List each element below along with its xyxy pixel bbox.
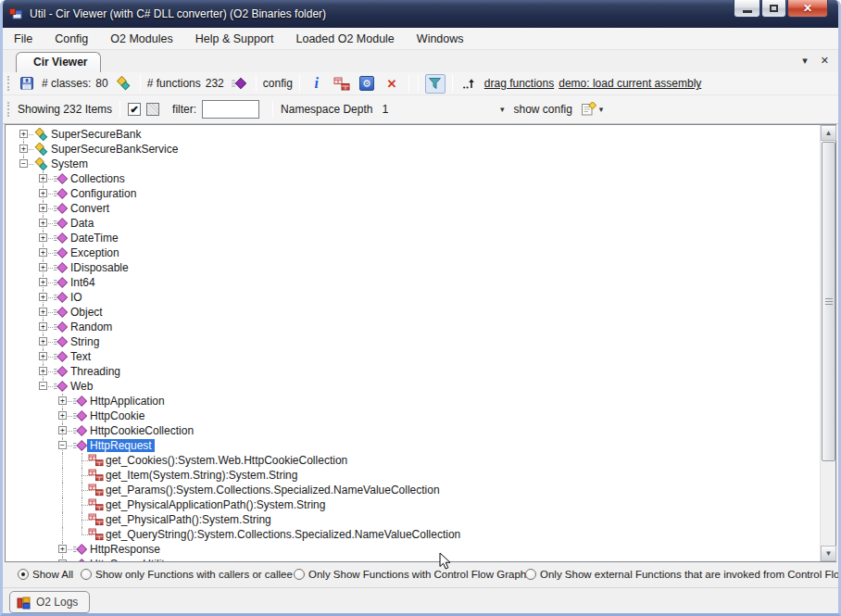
minimize-button[interactable] (734, 0, 760, 18)
tree-expander-plus[interactable]: + (39, 204, 47, 212)
tree-item-label[interactable]: SuperSecureBank (48, 128, 144, 141)
tree-expander-plus[interactable]: + (39, 263, 47, 271)
tree-expander-plus[interactable]: + (39, 337, 47, 346)
tree-expander-plus[interactable]: + (39, 352, 47, 360)
tree-row[interactable]: + Threading (6, 364, 820, 379)
tree-item-label[interactable]: get_Item(System.String):System.String (103, 469, 300, 482)
scrollbar-thumb[interactable] (822, 142, 835, 461)
tree-row[interactable]: + Convert (6, 201, 820, 216)
tree-expander-plus[interactable]: + (39, 189, 47, 197)
tree-item-label[interactable]: get_QueryString():System.Collections.Spe… (103, 528, 463, 541)
tree-row[interactable]: + SuperSecureBankService (6, 142, 820, 157)
radio-button[interactable] (18, 569, 29, 580)
tree-expander-plus[interactable]: + (19, 130, 28, 138)
radio-option[interactable]: Only Show Functions with Control Flow Gr… (294, 569, 532, 580)
tree-item-label[interactable]: HttpApplication (87, 395, 168, 408)
tree-item-label[interactable]: Object (68, 306, 106, 319)
tree-row[interactable]: get_Item(System.String):System.String (6, 468, 820, 483)
tree-item-label[interactable]: Text (68, 350, 94, 363)
tree-row[interactable]: + HttpApplication (6, 394, 820, 409)
radio-button[interactable] (81, 569, 92, 580)
tree-expander-plus[interactable]: + (39, 322, 47, 331)
tree-expander-plus[interactable]: + (39, 248, 47, 257)
tree-expander-minus[interactable]: − (19, 159, 28, 168)
tree-expander-plus[interactable]: + (39, 293, 47, 301)
scroll-down-button[interactable]: ▼ (821, 546, 836, 561)
radio-button[interactable] (525, 569, 536, 580)
tree-row[interactable]: + HttpCookieCollection (6, 423, 820, 438)
tree-item-label[interactable]: DateTime (68, 232, 121, 245)
tree-row[interactable]: + Configuration (6, 186, 820, 201)
scroll-up-button[interactable]: ▲ (821, 125, 836, 141)
config-label[interactable]: config (263, 77, 293, 90)
settings-button[interactable]: ⚙ (357, 74, 377, 94)
radio-option[interactable]: Show only Functions with callers or call… (81, 569, 293, 580)
tree-item-label[interactable]: Collections (68, 172, 128, 185)
filter-toggle-button[interactable] (425, 74, 446, 94)
tree-row[interactable]: + HttpServerUtility (6, 557, 820, 561)
tree-expander-plus[interactable]: + (19, 145, 28, 153)
tree-item-label[interactable]: get_Cookies():System.Web.HttpCookieColle… (103, 454, 350, 467)
tree-item-label[interactable]: String (68, 335, 102, 348)
tree-expander-plus[interactable]: + (39, 367, 47, 375)
vertical-scrollbar[interactable]: ▲ ▼ (820, 125, 835, 561)
tree-item-label[interactable]: HttpCookie (87, 409, 147, 422)
config-menu-button[interactable]: ▾ (578, 100, 607, 119)
drag-functions-link[interactable]: drag functions (484, 77, 554, 90)
tree-row[interactable]: + HttpCookie (6, 409, 820, 423)
delete-button[interactable]: ✕ (382, 74, 402, 94)
tab-cir-viewer[interactable]: Cir Viewer (16, 52, 101, 72)
tree-item-label[interactable]: SuperSecureBankService (48, 143, 181, 156)
tree-item-label[interactable]: get_PhysicalPath():System.String (103, 513, 274, 526)
tab-list-dropdown-icon[interactable]: ▾ (802, 55, 808, 67)
tree-row[interactable]: + Exception (6, 245, 820, 260)
show-config-label[interactable]: show config (513, 103, 571, 116)
tree-row[interactable]: − System (6, 157, 820, 171)
tree-row[interactable]: + HttpResponse (6, 542, 820, 557)
tree-expander-plus[interactable]: + (58, 411, 67, 420)
tree-expander-plus[interactable]: + (39, 308, 47, 316)
info-button[interactable]: i (307, 74, 327, 94)
filter-checkbox-indeterminate[interactable] (146, 103, 159, 116)
tree-row[interactable]: − Web (6, 379, 820, 394)
drag-handle-button[interactable] (459, 74, 480, 94)
tree-row[interactable]: get_PhysicalApplicationPath():System.Str… (6, 497, 820, 512)
tab-close-icon[interactable]: ✕ (821, 55, 829, 67)
tree-row[interactable]: get_QueryString():System.Collections.Spe… (6, 527, 820, 542)
tree-expander-minus[interactable]: − (58, 441, 67, 449)
tree-expander-plus[interactable]: + (58, 396, 67, 405)
tree-item-label[interactable]: Random (68, 321, 115, 333)
tree-row[interactable]: + IO (6, 290, 820, 305)
menu-item-file[interactable]: File (3, 28, 44, 50)
o2-logs-button[interactable]: O2 Logs (9, 591, 90, 613)
tree-item-label[interactable]: Exception (68, 246, 122, 259)
tree-item-label[interactable]: HttpResponse (87, 543, 163, 556)
filter-input[interactable] (202, 100, 259, 119)
tree-row[interactable]: get_Cookies():System.Web.HttpCookieColle… (6, 453, 820, 468)
filter-checkbox-checked[interactable]: ✔ (128, 103, 141, 116)
toolbar-grip[interactable] (7, 76, 10, 91)
tree-item-label[interactable]: Configuration (68, 187, 139, 200)
menu-item-loaded-o2-module[interactable]: Loaded O2 Module (284, 28, 405, 50)
tree-item-label[interactable]: Convert (68, 202, 112, 215)
tree-item-label[interactable]: HttpServerUtility (87, 558, 173, 561)
tree-expander-plus[interactable]: + (58, 426, 67, 434)
tree-expander-plus[interactable]: + (58, 545, 67, 553)
tree-row[interactable]: + Text (6, 349, 820, 364)
tree-expander-minus[interactable]: − (39, 382, 47, 390)
tree-row[interactable]: − HttpRequest (6, 438, 820, 453)
demo-load-assembly-link[interactable]: demo: load current assembly (559, 77, 701, 90)
tree-expander-plus[interactable]: + (39, 278, 47, 286)
radio-option[interactable]: Only Show external Functions that are in… (525, 569, 838, 580)
menu-item-config[interactable]: Config (44, 28, 99, 50)
tree-row[interactable]: + Data (6, 216, 820, 231)
tree-expander-plus[interactable]: + (39, 174, 47, 182)
tree-item-label[interactable]: get_Params():System.Collections.Speciali… (103, 484, 443, 497)
tree-item-label[interactable]: get_PhysicalApplicationPath():System.Str… (103, 498, 328, 511)
tree-row[interactable]: + IDisposable (6, 260, 820, 275)
close-button[interactable]: ✕ (787, 0, 828, 18)
menu-item-windows[interactable]: Windows (406, 28, 475, 50)
namespace-depth-combo[interactable]: 1 ▾ (378, 100, 508, 119)
save-button[interactable] (17, 74, 37, 94)
tree-item-label[interactable]: Int64 (68, 276, 98, 289)
